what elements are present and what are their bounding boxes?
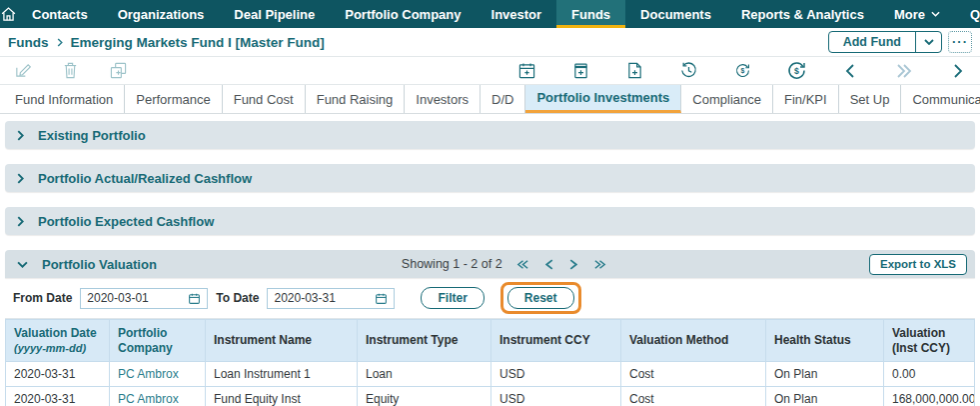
tab-set-up[interactable]: Set Up (839, 85, 902, 113)
pagination-status: Showing 1 - 2 of 2 (402, 257, 502, 271)
section-title: Portfolio Expected Cashflow (38, 214, 214, 229)
calendar-add-icon[interactable] (516, 61, 536, 81)
valuation-filter-row: From Date 2020-03-01 To Date 2020-03-31 … (5, 278, 975, 319)
nav-item-funds[interactable]: Funds (556, 0, 625, 28)
next-page-icon[interactable] (569, 259, 577, 270)
previous-page-icon[interactable] (545, 259, 553, 270)
section-title: Portfolio Valuation (42, 257, 157, 272)
nav-item-organizations[interactable]: Organizations (103, 0, 220, 28)
tab-fin-kpi[interactable]: Fin/KPI (773, 85, 839, 113)
currency-sync-small-icon[interactable]: $ (732, 61, 752, 81)
record-toolbar: $ $ (0, 57, 980, 85)
calendar-icon[interactable] (188, 292, 201, 305)
home-icon[interactable] (0, 0, 17, 28)
to-date-value: 2020-03-31 (274, 291, 371, 305)
tab-fund-cost[interactable]: Fund Cost (223, 85, 306, 113)
cell-instrument-type: Equity (358, 387, 491, 406)
cell-valuation-date: 2020-03-31 (6, 362, 110, 387)
col-instrument-type[interactable]: Instrument Type (358, 320, 491, 362)
table-header-row: Valuation Date(yyyy-mm-dd) Portfolio Com… (6, 320, 975, 362)
from-date-field[interactable]: 2020-03-01 (80, 288, 208, 309)
from-date-label: From Date (13, 291, 72, 305)
tab-portfolio-investments[interactable]: Portfolio Investments (525, 85, 681, 113)
first-page-icon[interactable] (516, 259, 529, 270)
filter-button[interactable]: Filter (421, 287, 484, 309)
svg-text:$: $ (740, 67, 744, 75)
fund-tabs: Fund Information Performance Fund Cost F… (0, 85, 980, 114)
svg-text:$: $ (794, 66, 799, 76)
add-fund-dropdown-button[interactable] (915, 32, 941, 52)
table-row[interactable]: 2020-03-31 PC Ambrox Fund Equity Inst Eq… (6, 387, 975, 406)
add-fund-button[interactable]: Add Fund (829, 32, 915, 52)
export-to-xls-button[interactable]: Export to XLS (869, 254, 967, 275)
col-health-status[interactable]: Health Status (766, 320, 884, 362)
nav-previous-icon[interactable] (840, 61, 860, 81)
cell-portfolio-company-link[interactable]: PC Ambrox (110, 387, 206, 406)
chevron-down-icon (931, 11, 940, 17)
nav-item-documents[interactable]: Documents (625, 0, 726, 28)
nav-item-contacts[interactable]: Contacts (17, 0, 103, 28)
tab-performance[interactable]: Performance (125, 85, 222, 113)
nav-item-quick-create[interactable]: Quick Create (955, 0, 980, 28)
tab-investors[interactable]: Investors (405, 85, 481, 113)
more-options-button[interactable]: ··· (948, 31, 972, 53)
cell-valuation-amount: 0.00 (884, 362, 975, 387)
breadcrumb: Funds Emerging Markets Fund I [Master Fu… (8, 35, 325, 50)
chevron-down-icon (17, 261, 28, 268)
nav-item-investor[interactable]: Investor (477, 0, 557, 28)
col-instrument-name[interactable]: Instrument Name (206, 320, 358, 362)
clipboard-add-icon[interactable] (570, 61, 590, 81)
nav-item-deal-pipeline[interactable]: Deal Pipeline (219, 0, 330, 28)
col-valuation-method[interactable]: Valuation Method (621, 320, 766, 362)
nav-item-reports-analytics[interactable]: Reports & Analytics (726, 0, 879, 28)
from-date-value: 2020-03-01 (87, 291, 184, 305)
table-row[interactable]: 2020-03-31 PC Ambrox Loan Instrument 1 L… (6, 362, 975, 387)
delete-icon[interactable] (60, 61, 80, 81)
nav-double-next-icon[interactable] (894, 61, 914, 81)
breadcrumb-funds-link[interactable]: Funds (8, 35, 49, 50)
cell-valuation-method: Cost (621, 362, 766, 387)
chevron-right-icon (17, 173, 24, 184)
to-date-field[interactable]: 2020-03-31 (267, 288, 395, 309)
cell-instrument-name: Fund Equity Inst (206, 387, 358, 406)
reset-highlight-annotation: Reset (500, 282, 581, 314)
history-icon[interactable] (678, 61, 698, 81)
tab-fund-information[interactable]: Fund Information (4, 85, 125, 113)
section-actual-realized-cashflow[interactable]: Portfolio Actual/Realized Cashflow (5, 164, 975, 192)
nav-item-more-label: More (894, 7, 925, 22)
pagination-controls (516, 259, 606, 270)
reset-button[interactable]: Reset (507, 287, 574, 309)
col-portfolio-company[interactable]: Portfolio Company (110, 320, 206, 362)
nav-item-more[interactable]: More (879, 0, 955, 28)
last-page-icon[interactable] (593, 259, 606, 270)
tab-fund-raising[interactable]: Fund Raising (306, 85, 406, 113)
document-add-icon[interactable] (624, 61, 644, 81)
nav-item-quick-create-label: Quick Create (970, 7, 980, 22)
cell-portfolio-company-link[interactable]: PC Ambrox (110, 362, 206, 387)
nav-next-icon[interactable] (948, 61, 968, 81)
tab-compliance[interactable]: Compliance (681, 85, 773, 113)
currency-sync-icon[interactable]: $ (786, 61, 806, 81)
col-valuation-date[interactable]: Valuation Date(yyyy-mm-dd) (6, 320, 110, 362)
breadcrumb-separator-icon (57, 38, 63, 47)
cell-instrument-name: Loan Instrument 1 (206, 362, 358, 387)
cell-valuation-amount: 168,000,000.00 (884, 387, 975, 406)
cell-instrument-ccy: USD (491, 362, 621, 387)
col-instrument-ccy[interactable]: Instrument CCY (491, 320, 621, 362)
copy-icon[interactable] (108, 61, 128, 81)
section-portfolio-valuation-header[interactable]: Portfolio Valuation Showing 1 - 2 of 2 E… (5, 250, 975, 278)
cell-health-status: On Plan (766, 387, 884, 406)
section-expected-cashflow[interactable]: Portfolio Expected Cashflow (5, 207, 975, 235)
tab-communications[interactable]: Communications (901, 85, 980, 113)
calendar-icon[interactable] (375, 292, 388, 305)
section-title: Portfolio Actual/Realized Cashflow (38, 171, 252, 186)
col-valuation-inst-ccy[interactable]: Valuation (Inst CCY) (884, 320, 975, 362)
edit-icon[interactable] (12, 61, 32, 81)
header-actions: Add Fund ··· (828, 31, 972, 53)
top-nav: Contacts Organizations Deal Pipeline Por… (0, 0, 980, 28)
page-title: Emerging Markets Fund I [Master Fund] (71, 35, 325, 50)
tab-dd[interactable]: D/D (481, 85, 525, 113)
nav-item-portfolio-company[interactable]: Portfolio Company (330, 0, 476, 28)
cell-health-status: On Plan (766, 362, 884, 387)
section-existing-portfolio[interactable]: Existing Portfolio (5, 121, 975, 149)
